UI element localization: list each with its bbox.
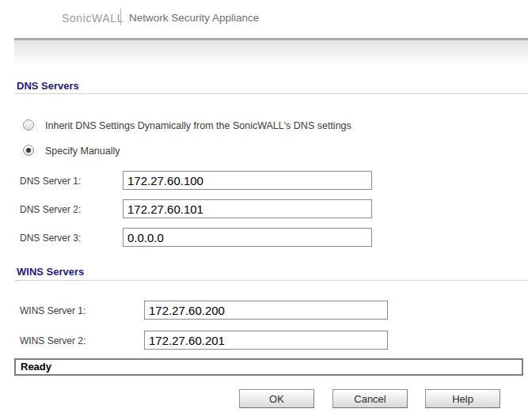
header-divider [120, 9, 121, 25]
wins-server-2-label: WINS Server 2: [20, 335, 85, 346]
radio-specify-manually[interactable] [23, 145, 34, 156]
wins-section-title: WINS Servers [17, 266, 84, 278]
sonicwall-settings-page: SonicWALL Network Security Appliance DNS… [0, 0, 528, 420]
radio-inherit-dns-label[interactable]: Inherit DNS Settings Dynamically from th… [45, 120, 351, 131]
sonicwall-logo: SonicWALL [62, 12, 123, 25]
dns-server-2-label: DNS Server 2: [20, 204, 81, 215]
cancel-button[interactable]: Cancel [332, 389, 408, 408]
dns-section-rule [14, 93, 528, 94]
radio-inherit-dns[interactable] [23, 119, 34, 131]
radio-specify-manually-label[interactable]: Specify Manually [45, 146, 120, 157]
dns-section-title: DNS Servers [17, 80, 79, 92]
dns-server-3-input[interactable] [123, 228, 372, 247]
dns-server-3-label: DNS Server 3: [20, 233, 81, 244]
dns-server-1-input[interactable] [123, 171, 372, 190]
radio-dot [26, 148, 31, 153]
toolbar-band [14, 38, 528, 64]
wins-server-1-input[interactable] [144, 301, 388, 320]
help-button[interactable]: Help [425, 389, 500, 408]
wins-section-rule [14, 280, 528, 281]
dns-server-1-label: DNS Server 1: [20, 176, 81, 187]
ok-button[interactable]: OK [239, 389, 314, 408]
dns-server-2-input[interactable] [123, 199, 372, 218]
product-title: Network Security Appliance [129, 12, 259, 24]
wins-server-2-input[interactable] [144, 331, 388, 350]
wins-server-1-label: WINS Server 1: [20, 305, 85, 316]
status-bar: Ready [14, 358, 523, 376]
